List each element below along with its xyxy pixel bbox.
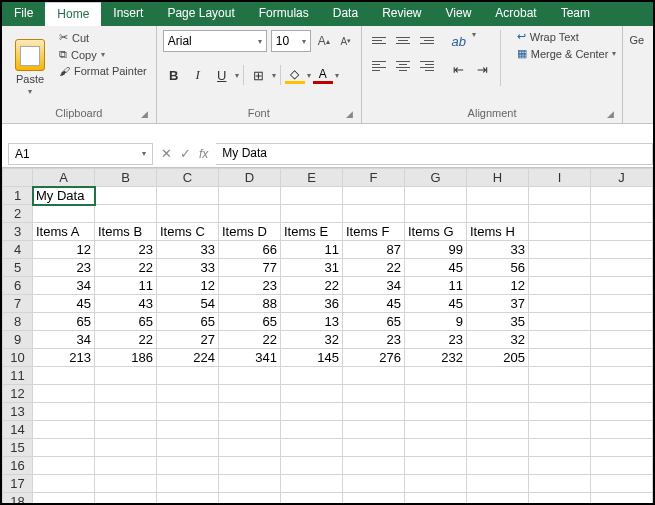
cell[interactable]: 88 <box>219 295 281 313</box>
chevron-down-icon[interactable]: ▾ <box>335 71 339 80</box>
row-header[interactable]: 15 <box>3 439 33 457</box>
cell[interactable] <box>591 385 653 403</box>
cell[interactable] <box>529 439 591 457</box>
align-center-button[interactable] <box>392 56 414 76</box>
cell[interactable]: 22 <box>219 331 281 349</box>
cell[interactable] <box>591 187 653 205</box>
cell[interactable] <box>95 385 157 403</box>
cell[interactable] <box>343 187 405 205</box>
orientation-button[interactable]: ab <box>448 30 470 52</box>
formula-input[interactable]: My Data <box>216 143 653 165</box>
row-header[interactable]: 5 <box>3 259 33 277</box>
cell[interactable]: 205 <box>467 349 529 367</box>
cell[interactable] <box>343 493 405 506</box>
cell[interactable] <box>157 457 219 475</box>
row-header[interactable]: 17 <box>3 475 33 493</box>
cell[interactable]: 33 <box>157 241 219 259</box>
column-header[interactable]: D <box>219 169 281 187</box>
cell[interactable]: Items G <box>405 223 467 241</box>
cell[interactable]: Items E <box>281 223 343 241</box>
cell[interactable] <box>219 457 281 475</box>
cancel-icon[interactable]: ✕ <box>161 146 172 161</box>
cell[interactable] <box>95 205 157 223</box>
cell[interactable]: 37 <box>467 295 529 313</box>
border-button[interactable]: ⊞ <box>248 64 270 86</box>
cell[interactable]: 65 <box>95 313 157 331</box>
cell[interactable] <box>33 457 95 475</box>
font-name-select[interactable]: Arial▾ <box>163 30 267 52</box>
cell[interactable] <box>591 277 653 295</box>
cell[interactable] <box>33 421 95 439</box>
cell[interactable] <box>529 259 591 277</box>
cell[interactable] <box>219 187 281 205</box>
increase-indent-button[interactable]: ⇥ <box>472 58 494 80</box>
row-header[interactable]: 10 <box>3 349 33 367</box>
cell[interactable]: 23 <box>343 331 405 349</box>
cell[interactable] <box>529 313 591 331</box>
cell[interactable] <box>95 403 157 421</box>
cell[interactable] <box>591 205 653 223</box>
tab-home[interactable]: Home <box>45 2 101 26</box>
column-header[interactable]: J <box>591 169 653 187</box>
cell[interactable] <box>467 205 529 223</box>
cut-button[interactable]: ✂Cut <box>56 30 150 45</box>
cell[interactable] <box>95 457 157 475</box>
cell[interactable]: 276 <box>343 349 405 367</box>
chevron-down-icon[interactable]: ▾ <box>272 71 276 80</box>
cell[interactable]: My Data <box>33 187 95 205</box>
cell[interactable] <box>405 205 467 223</box>
column-header[interactable]: B <box>95 169 157 187</box>
cell[interactable]: 45 <box>33 295 95 313</box>
cell[interactable] <box>219 205 281 223</box>
cell[interactable]: 65 <box>33 313 95 331</box>
italic-button[interactable]: I <box>187 64 209 86</box>
cell[interactable]: Items F <box>343 223 405 241</box>
cell[interactable] <box>157 403 219 421</box>
cell[interactable] <box>281 475 343 493</box>
cell[interactable]: 77 <box>219 259 281 277</box>
cell[interactable] <box>529 475 591 493</box>
spreadsheet-grid[interactable]: ABCDEFGHIJ1My Data23Items AItems BItems … <box>2 168 653 505</box>
fill-color-button[interactable]: ◇ <box>285 66 305 84</box>
cell[interactable] <box>467 187 529 205</box>
align-middle-button[interactable] <box>392 30 414 50</box>
cell[interactable] <box>343 439 405 457</box>
cell[interactable] <box>467 439 529 457</box>
cell[interactable]: 45 <box>343 295 405 313</box>
cell[interactable] <box>219 385 281 403</box>
column-header[interactable]: G <box>405 169 467 187</box>
cell[interactable] <box>529 367 591 385</box>
cell[interactable]: 9 <box>405 313 467 331</box>
wrap-text-button[interactable]: ↩Wrap Text <box>517 30 617 43</box>
cell[interactable] <box>529 457 591 475</box>
cell[interactable]: 34 <box>33 331 95 349</box>
cell[interactable]: 22 <box>281 277 343 295</box>
row-header[interactable]: 4 <box>3 241 33 259</box>
tab-insert[interactable]: Insert <box>101 2 155 26</box>
cell[interactable] <box>591 313 653 331</box>
font-size-select[interactable]: 10▾ <box>271 30 311 52</box>
cell[interactable] <box>529 385 591 403</box>
cell[interactable] <box>529 277 591 295</box>
cell[interactable]: 36 <box>281 295 343 313</box>
dialog-launcher-icon[interactable]: ◢ <box>607 109 614 119</box>
cell[interactable]: 45 <box>405 295 467 313</box>
cell[interactable] <box>157 205 219 223</box>
cell[interactable] <box>591 223 653 241</box>
cell[interactable]: 11 <box>281 241 343 259</box>
tab-file[interactable]: File <box>2 2 45 26</box>
cell[interactable] <box>343 403 405 421</box>
cell[interactable]: 224 <box>157 349 219 367</box>
row-header[interactable]: 8 <box>3 313 33 331</box>
name-box[interactable]: A1▾ <box>8 143 153 165</box>
cell[interactable] <box>467 421 529 439</box>
cell[interactable] <box>529 295 591 313</box>
cell[interactable]: 66 <box>219 241 281 259</box>
tab-page-layout[interactable]: Page Layout <box>155 2 246 26</box>
cell[interactable] <box>405 475 467 493</box>
cell[interactable]: 22 <box>343 259 405 277</box>
enter-icon[interactable]: ✓ <box>180 146 191 161</box>
cell[interactable] <box>405 457 467 475</box>
select-all-corner[interactable] <box>3 169 33 187</box>
row-header[interactable]: 11 <box>3 367 33 385</box>
